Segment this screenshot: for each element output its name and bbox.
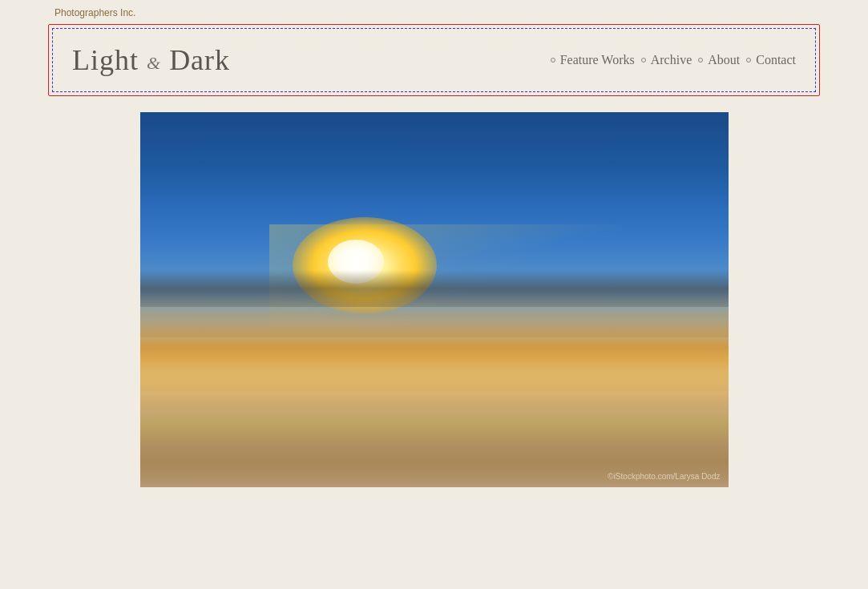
sky-scene: ©iStockphoto.com/Larysa Dodz	[140, 112, 729, 487]
main-nav: Feature Works Archive About Contact	[551, 53, 796, 67]
site-title: Light & Dark	[72, 43, 230, 77]
nav-about[interactable]: About	[698, 53, 740, 67]
nav-feature-works-label: Feature Works	[560, 53, 635, 67]
image-credit: ©iStockphoto.com/Larysa Dodz	[608, 472, 720, 481]
title-ampersand: &	[147, 53, 161, 73]
nav-about-label: About	[708, 53, 740, 67]
title-dark: Dark	[169, 44, 230, 76]
nav-contact-label: Contact	[756, 53, 796, 67]
nav-bullet	[746, 58, 751, 63]
nav-bullet	[551, 58, 555, 63]
nav-bullet	[641, 58, 646, 63]
header-wrapper: Light & Dark Feature Works Archive About…	[48, 24, 820, 96]
nav-archive-label: Archive	[651, 53, 692, 67]
brand-label: Photographers Inc.	[55, 7, 135, 18]
header-inner: Light & Dark Feature Works Archive About…	[52, 28, 816, 92]
nav-feature-works[interactable]: Feature Works	[551, 53, 635, 67]
nav-archive[interactable]: Archive	[641, 53, 692, 67]
main-image: ©iStockphoto.com/Larysa Dodz	[140, 112, 729, 487]
top-bar: Photographers Inc.	[0, 0, 868, 21]
cloud-layer	[140, 318, 729, 487]
nav-bullet	[698, 58, 703, 63]
main-image-area: ©iStockphoto.com/Larysa Dodz	[0, 112, 868, 487]
nav-contact[interactable]: Contact	[746, 53, 796, 67]
title-light: Light	[72, 44, 139, 76]
